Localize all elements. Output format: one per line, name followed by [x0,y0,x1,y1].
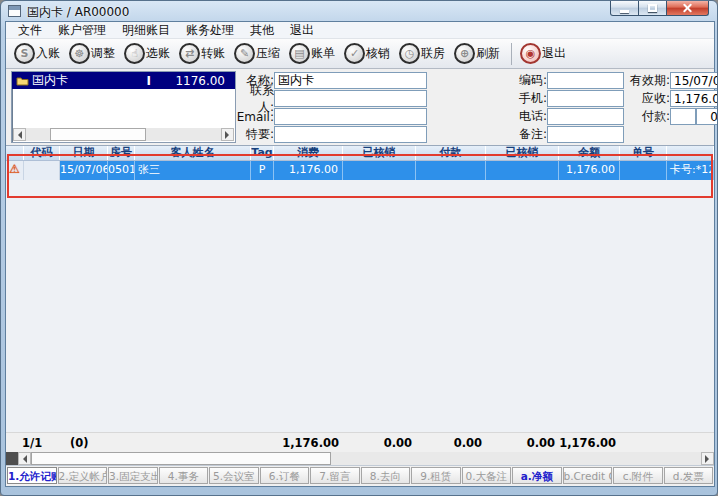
tab-net-amount[interactable]: a.净额 [512,467,562,484]
tree-hscrollbar[interactable] [13,128,234,141]
writeoff-icon: ✓ [344,43,365,64]
col-consume: 消费 [274,146,343,160]
payment-field-1[interactable] [670,108,696,125]
name-field[interactable] [274,72,427,89]
post-icon: S [14,43,35,64]
refresh-button[interactable]: ⊕ 刷新 [454,43,500,64]
tab-affairs[interactable]: 4.事务 [159,467,209,484]
col-balance: 余额 [559,146,620,160]
mobile-label: 手机: [427,90,547,107]
close-button[interactable] [666,1,709,16]
tab-destination[interactable]: 8.去向 [361,467,411,484]
code-label: 编码: [427,72,547,89]
scroll-left-icon[interactable] [13,128,26,141]
menu-account-processing[interactable]: 账务处理 [178,21,242,40]
grid-header: 代码 日期 房号 客人姓名 Tag 消费 已核销 付款 已核销 余额 单号 [6,146,714,161]
tab-allow-posting[interactable]: 1.允许记账 [7,467,57,484]
account-tree-panel: 国内卡 I 1176.00 [11,71,236,143]
row-date: 15/07/06 [60,161,108,180]
refresh-icon: ⊕ [454,43,475,64]
menu-other[interactable]: 其他 [242,21,282,40]
menu-exit[interactable]: 退出 [282,21,322,40]
col-date: 日期 [60,146,108,160]
tab-meeting-room[interactable]: 5.会议室 [209,467,259,484]
menu-bar: 文件 账户管理 明细账目 账务处理 其他 退出 [6,22,714,39]
scroll-thumb[interactable] [31,452,331,465]
row-guest: 张三 [135,161,251,180]
scroll-right-icon[interactable] [221,128,234,141]
close-icon [682,3,693,14]
tab-bar: 1.允许记账 2.定义帐户 3.固定支出 4.事务 5.会议室 6.订餐 7.留… [6,465,714,486]
valid-from-field[interactable] [670,72,718,89]
special-field[interactable] [274,126,427,143]
resize-gripper[interactable] [6,452,18,465]
special-label: 特要: [234,126,274,143]
folder-icon [16,76,29,86]
payment-field-2[interactable] [696,108,718,125]
row-writeoff-2 [486,161,559,180]
tab-attachment[interactable]: c.附件 [613,467,663,484]
client-area: 文件 账户管理 明细账目 账务处理 其他 退出 S 入账 ☸ 调整 ☝ 选账 ⇄ [5,21,715,487]
adjust-icon: ☸ [69,43,90,64]
app-icon [8,5,21,17]
total-writeoff-2: 0.00 [486,436,559,450]
scroll-right-icon[interactable] [701,452,714,465]
contact-field[interactable] [274,90,427,107]
col-tag: Tag [251,146,274,160]
post-button[interactable]: S 入账 [14,43,60,64]
link-room-button[interactable]: ◷ 联房 [399,43,445,64]
compress-button[interactable]: ✎ 压缩 [234,43,280,64]
menu-file[interactable]: 文件 [10,21,50,40]
exit-button[interactable]: ◉ 退出 [520,43,566,64]
code-field[interactable] [547,72,624,89]
account-tree-item[interactable]: 国内卡 I 1176.00 [12,72,235,89]
tab-meal-order[interactable]: 6.订餐 [260,467,310,484]
link-room-icon: ◷ [399,43,420,64]
toolbar: S 入账 ☸ 调整 ☝ 选账 ⇄ 转账 ✎ 压缩 ▤ 账单 [6,39,714,69]
scroll-thumb[interactable] [50,128,146,141]
remark-field[interactable] [547,126,624,143]
account-amount: 1176.00 [167,74,225,88]
total-payment: 0.00 [416,436,486,450]
transactions-grid: 代码 日期 房号 客人姓名 Tag 消费 已核销 付款 已核销 余额 单号 ⚠ … [6,145,714,432]
col-payment: 付款 [416,146,486,160]
transfer-icon: ⇄ [179,43,200,64]
writeoff-button[interactable]: ✓ 核销 [344,43,390,64]
col-guest-name: 客人姓名 [135,146,251,160]
menu-detail-accounts[interactable]: 明细账目 [114,21,178,40]
tab-fixed-expense[interactable]: 3.固定支出 [108,467,158,484]
row-consume: 1,176.00 [274,161,343,180]
row-balance: 1,176.00 [559,161,620,180]
email-field[interactable] [274,108,427,125]
tab-lease[interactable]: 9.租赁 [411,467,461,484]
tab-credit-ok[interactable]: b.Credit OK [563,467,613,484]
adjust-button[interactable]: ☸ 调整 [69,43,115,64]
col-room: 房号 [108,146,135,160]
maximize-button[interactable] [638,1,667,16]
col-status [6,146,24,160]
col-note [667,146,714,160]
col-code: 代码 [24,146,60,160]
remark-label: 备注: [427,126,547,143]
tab-invoice[interactable]: d.发票 [664,467,714,484]
bill-button[interactable]: ▤ 账单 [289,43,335,64]
row-room: 0501 [108,161,135,180]
minimize-button[interactable] [610,1,639,16]
minimize-icon [620,10,629,13]
col-writeoff-2: 已核销 [486,146,559,160]
menu-account-management[interactable]: 账户管理 [50,21,114,40]
scroll-left-icon[interactable] [18,452,31,465]
receivable-field[interactable] [670,90,718,107]
mobile-field[interactable] [547,90,624,107]
select-account-button[interactable]: ☝ 选账 [124,43,170,64]
tab-big-note[interactable]: 0.大备注 [462,467,512,484]
table-row[interactable]: ⚠ 15/07/06 0501 张三 P 1,176.00 1,176.00 卡… [6,161,714,180]
grid-hscrollbar[interactable] [6,452,714,465]
transfer-button[interactable]: ⇄ 转账 [179,43,225,64]
tab-define-account[interactable]: 2.定义帐户 [58,467,108,484]
col-writeoff-1: 已核销 [343,146,416,160]
phone-label: 电话: [427,108,547,125]
phone-field[interactable] [547,108,624,125]
email-label: Email: [234,110,274,124]
tab-message[interactable]: 7.留言 [310,467,360,484]
